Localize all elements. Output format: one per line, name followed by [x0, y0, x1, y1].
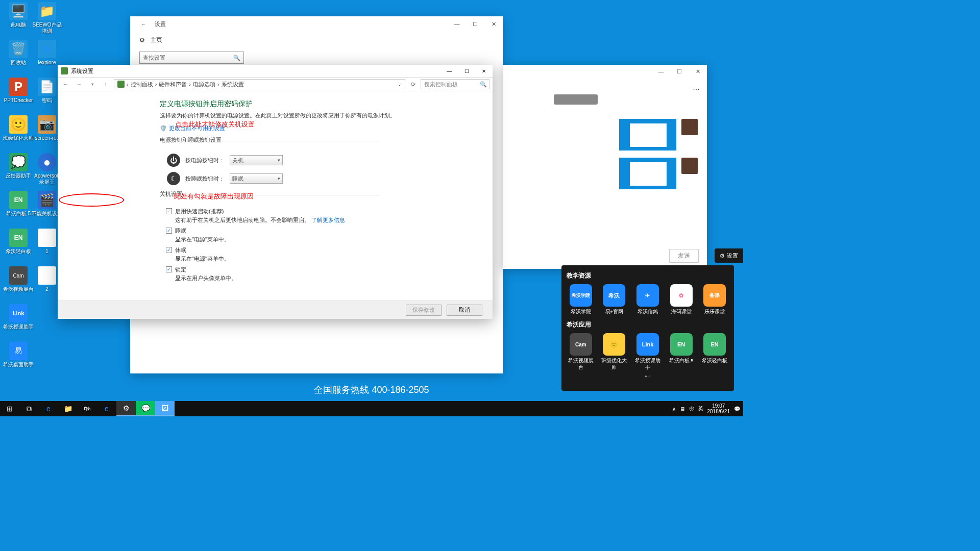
store-button[interactable]: 🛍: [78, 401, 97, 416]
desktop-icon[interactable]: 🗑️回收站: [3, 40, 34, 66]
app-row: Cam希沃视频展台 🙂班级优化大师 Link希沃授课助手 EN希沃白板 5 EN…: [567, 333, 729, 371]
settings-search[interactable]: 查找设置 🔍: [139, 52, 244, 64]
maximize-button[interactable]: ☐: [466, 16, 484, 32]
send-button[interactable]: 发送: [669, 249, 699, 263]
screenshot-thumb[interactable]: [619, 158, 676, 189]
dialog-footer: 保存修改 取消: [58, 300, 493, 319]
sleep-checkbox[interactable]: ✓: [166, 228, 172, 234]
desktop-icon[interactable]: 📁SEEWO产品培训: [32, 2, 62, 34]
app-tile[interactable]: 希沃学院希沃学院: [567, 284, 595, 315]
app-tile[interactable]: Cam希沃视频展台: [567, 333, 595, 371]
sleep-icon: ☾: [167, 172, 180, 185]
minimize-button[interactable]: —: [448, 16, 466, 32]
app-tile[interactable]: EN希沃轻白板: [700, 333, 729, 371]
crumb[interactable]: 控制面板: [131, 81, 153, 88]
app-tile[interactable]: ✈希沃信鸽: [633, 284, 662, 315]
seewo-panel: 教学资源 希沃学院希沃学院 希沃易+官网 ✈希沃信鸽 ✿海码课堂 备课乐乐课堂 …: [561, 265, 734, 391]
chevron-down-icon[interactable]: ⌄: [398, 82, 402, 87]
fast-startup-checkbox[interactable]: ✓: [166, 208, 172, 214]
hibernate-checkbox[interactable]: ✓: [166, 247, 172, 253]
forward-button[interactable]: →: [74, 81, 84, 87]
crumb[interactable]: 硬件和声音: [159, 81, 187, 88]
photos-task[interactable]: 🖼: [155, 401, 175, 416]
back-button[interactable]: ←: [61, 81, 71, 87]
maximize-button[interactable]: ☐: [458, 65, 475, 77]
settings-task[interactable]: ⚙: [116, 401, 136, 416]
up-button[interactable]: ↑: [101, 81, 111, 87]
close-button[interactable]: ✕: [689, 65, 707, 78]
home-nav[interactable]: ⚙ 主页: [130, 32, 503, 48]
tray-chevron[interactable]: ∧: [672, 406, 676, 412]
refresh-button[interactable]: ⟳: [408, 81, 418, 88]
en-icon: EN: [9, 229, 28, 247]
power-button-select[interactable]: 关机: [230, 155, 283, 165]
app-icon: ✿: [670, 284, 693, 307]
app-icon: ✈: [636, 284, 659, 307]
desktop-icon[interactable]: Link希沃授课助手: [3, 304, 34, 330]
history-button[interactable]: ▾: [87, 82, 97, 87]
ime-indicator[interactable]: ㊥: [689, 405, 694, 412]
desktop-icon[interactable]: 易希沃桌面助手: [3, 342, 34, 368]
wechat-task[interactable]: 💬: [136, 401, 155, 416]
settings-titlebar[interactable]: ← 设置 — ☐ ✕: [130, 16, 503, 32]
close-button[interactable]: ✕: [475, 65, 493, 77]
save-button[interactable]: 保存修改: [406, 305, 442, 316]
checkbox-desc: 显示在"电源"菜单中。: [175, 255, 493, 263]
desktop-icon[interactable]: 💭反馈器助手: [3, 153, 34, 179]
app-tile[interactable]: Link希沃授课助手: [633, 333, 662, 371]
battery-icon: [61, 67, 68, 74]
ie-button[interactable]: e: [97, 401, 116, 416]
breadcrumb[interactable]: › 控制面板› 硬件和声音› 电源选项› 系统设置 ⌄: [114, 79, 405, 89]
clock[interactable]: 19:07 2018/6/21: [707, 403, 730, 414]
start-button[interactable]: ⊞: [0, 401, 19, 416]
crumb[interactable]: 系统设置: [222, 81, 244, 88]
app-tile[interactable]: 🙂班级优化大师: [600, 333, 629, 371]
desktop-icon[interactable]: PPPTChecker: [3, 78, 34, 104]
lock-checkbox[interactable]: ✓: [166, 266, 172, 272]
close-button[interactable]: ✕: [484, 16, 503, 32]
crumb[interactable]: 电源选项: [193, 81, 215, 88]
ime-lang[interactable]: 英: [698, 405, 703, 412]
app-tile[interactable]: 备课乐乐课堂: [700, 284, 729, 315]
en-icon: EN: [670, 333, 693, 356]
desktop-icon[interactable]: 🖥️此电脑: [3, 2, 34, 28]
desktop-icon[interactable]: EN希沃白板 5: [3, 191, 34, 217]
more-button[interactable]: …: [693, 83, 701, 91]
learn-more-link[interactable]: 了解更多信息: [311, 217, 345, 223]
maximize-button[interactable]: ☐: [670, 65, 689, 78]
desktop-icon[interactable]: EN希沃轻白板: [3, 229, 34, 255]
cancel-button[interactable]: 取消: [447, 305, 482, 316]
search-icon: 🔍: [233, 55, 240, 61]
minimize-button[interactable]: —: [652, 65, 670, 78]
app-tile[interactable]: 希沃易+官网: [600, 284, 629, 315]
app-tile[interactable]: EN希沃白板 5: [667, 333, 696, 371]
recorder-icon: ●: [38, 153, 56, 171]
explorer-button[interactable]: 📁: [58, 401, 78, 416]
desktop-icon[interactable]: 🙂班级优化大师: [3, 115, 34, 141]
cp-titlebar[interactable]: 系统设置 — ☐ ✕: [58, 65, 493, 77]
settings-tab[interactable]: ⚙ 设置: [715, 248, 743, 263]
tray-icon[interactable]: 🖥: [680, 406, 685, 412]
screenshot-thumb[interactable]: [619, 119, 676, 151]
minimize-button[interactable]: —: [440, 65, 458, 77]
en-icon: EN: [9, 191, 28, 209]
folder-icon: 📁: [38, 2, 56, 20]
notifications-button[interactable]: 💬: [734, 406, 740, 412]
photo-thumb[interactable]: [681, 158, 698, 174]
cp-search[interactable]: 搜索控制面板 🔍: [421, 79, 489, 89]
desktop-icon[interactable]: Cam希沃视频展台: [3, 266, 34, 292]
power-icon: ⏻: [167, 154, 180, 167]
annotation-text: 点击此处才能修改关机设置: [175, 120, 255, 129]
link-icon: Link: [9, 304, 28, 322]
desktop-icon[interactable]: eiexplore: [32, 40, 62, 66]
sleep-button-select[interactable]: 睡眠: [230, 173, 283, 184]
yi-icon: 易: [9, 342, 28, 360]
checkbox-desc: 显示在"电源"菜单中。: [175, 236, 493, 243]
photo-thumb[interactable]: [681, 119, 698, 135]
edge-button[interactable]: e: [39, 401, 58, 416]
camera-icon: Cam: [9, 266, 28, 285]
task-view-button[interactable]: ⧉: [19, 401, 39, 416]
back-icon[interactable]: ←: [137, 18, 150, 30]
pill-badge: [554, 94, 598, 105]
app-tile[interactable]: ✿海码课堂: [667, 284, 696, 315]
